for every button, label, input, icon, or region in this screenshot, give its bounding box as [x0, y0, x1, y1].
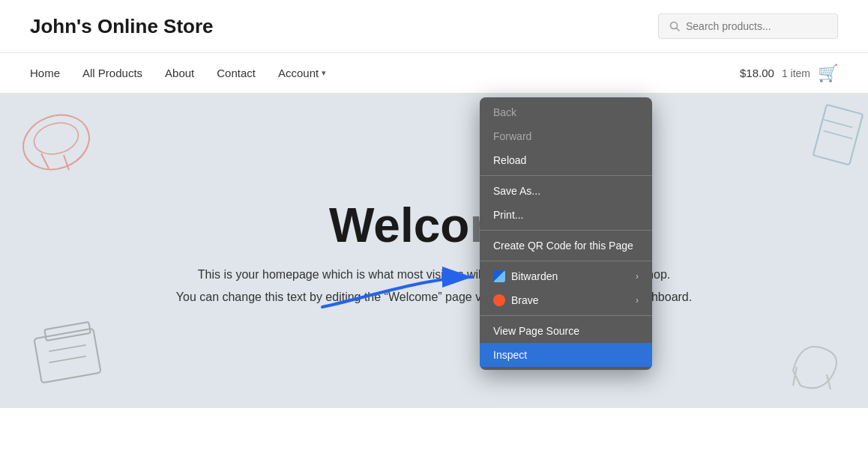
- nav-account[interactable]: Account ▾: [278, 53, 326, 93]
- deco-top-left: [15, 101, 97, 183]
- svg-line-11: [824, 120, 853, 127]
- cm-sep-4: [480, 315, 652, 316]
- cm-bitwarden[interactable]: Bitwarden ›: [480, 264, 652, 288]
- bitwarden-submenu-arrow-icon: ›: [636, 271, 639, 282]
- cm-brave[interactable]: Brave ›: [480, 288, 652, 312]
- cart-price: $18.00: [740, 67, 774, 79]
- cm-forward[interactable]: Forward: [480, 124, 652, 148]
- svg-line-1: [677, 28, 680, 31]
- main-nav: Home All Products About Contact Account …: [0, 53, 868, 94]
- svg-point-3: [31, 118, 82, 159]
- deco-top-right: [808, 101, 868, 183]
- cm-sep-3: [480, 261, 652, 261]
- cm-reload[interactable]: Reload: [480, 148, 652, 172]
- cm-save-as[interactable]: Save As...: [480, 179, 652, 203]
- nav-all-products[interactable]: All Products: [82, 53, 142, 93]
- cart-count: 1 item: [782, 67, 810, 79]
- site-header: John's Online Store: [0, 0, 868, 53]
- svg-line-12: [824, 131, 853, 139]
- cm-back[interactable]: Back: [480, 100, 652, 124]
- cm-sep-1: [480, 175, 652, 176]
- svg-rect-7: [44, 322, 91, 341]
- nav-about[interactable]: About: [165, 53, 194, 93]
- cm-view-source[interactable]: View Page Source: [480, 319, 652, 343]
- cart-icon[interactable]: 🛒: [818, 64, 838, 83]
- account-chevron-icon: ▾: [322, 68, 326, 78]
- svg-line-4: [41, 153, 49, 168]
- search-input[interactable]: [686, 20, 827, 32]
- svg-line-9: [49, 356, 85, 363]
- nav-home[interactable]: Home: [30, 53, 60, 93]
- deco-bottom-left: [22, 303, 120, 401]
- hero-section: Welcome This is your homepage which is w…: [0, 94, 868, 408]
- context-menu: Back Forward Reload Save As... Print... …: [480, 97, 652, 370]
- store-title: John's Online Store: [30, 15, 214, 38]
- cart-area: $18.00 1 item 🛒: [740, 64, 838, 83]
- bitwarden-icon: [493, 270, 505, 282]
- cm-sep-2: [480, 230, 652, 231]
- brave-submenu-arrow-icon: ›: [636, 295, 639, 305]
- cm-qr-code[interactable]: Create QR Code for this Page: [480, 234, 652, 258]
- cm-print[interactable]: Print...: [480, 203, 652, 227]
- brave-icon: [493, 294, 505, 306]
- search-icon: [669, 21, 680, 31]
- cm-inspect[interactable]: Inspect: [480, 343, 652, 367]
- nav-contact[interactable]: Contact: [217, 53, 256, 93]
- svg-line-8: [49, 345, 85, 352]
- search-bar: [658, 13, 838, 39]
- deco-bottom-right: [778, 326, 853, 401]
- svg-point-2: [16, 106, 97, 179]
